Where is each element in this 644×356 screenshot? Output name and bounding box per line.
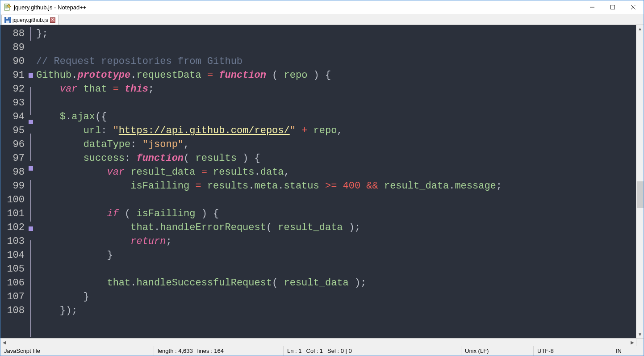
svg-rect-5 bbox=[8, 17, 9, 19]
line-number: 92 bbox=[0, 82, 25, 96]
fold-column[interactable] bbox=[28, 25, 34, 338]
code-line[interactable]: url: "https://api.github.com/repos/" + r… bbox=[36, 124, 636, 138]
line-number: 88 bbox=[0, 27, 25, 41]
fold-guide bbox=[30, 27, 31, 41]
code-line[interactable]: that.handleErrorRequest( result_data ); bbox=[36, 221, 636, 235]
line-number: 101 bbox=[0, 207, 25, 221]
line-number: 106 bbox=[0, 276, 25, 290]
tab-close-button[interactable]: ✕ bbox=[50, 17, 55, 23]
window-minimize-button[interactable] bbox=[582, 0, 602, 14]
horizontal-scrollbar[interactable]: ◀ ▶ bbox=[0, 338, 644, 346]
code-line[interactable]: that.handleSuccessfulRequest( result_dat… bbox=[36, 276, 636, 290]
file-tab-label: jquery.github.js bbox=[13, 17, 48, 23]
code-line[interactable] bbox=[36, 41, 636, 54]
code-line[interactable]: } bbox=[36, 290, 636, 304]
status-encoding[interactable]: UTF-8 bbox=[534, 346, 612, 356]
scroll-up-arrow-icon[interactable]: ▲ bbox=[636, 25, 644, 33]
vertical-scrollbar[interactable]: ▲ ▼ bbox=[636, 25, 644, 338]
scroll-down-arrow-icon[interactable]: ▼ bbox=[636, 331, 644, 338]
line-number: 89 bbox=[0, 41, 25, 54]
window-title-bar: jquery.github.js - Notepad++ bbox=[0, 0, 644, 14]
code-line[interactable]: dataType: "jsonp", bbox=[36, 138, 636, 151]
line-number: 100 bbox=[0, 193, 25, 207]
line-number: 90 bbox=[0, 54, 25, 68]
fold-guide bbox=[30, 134, 31, 147]
status-file-type: JavaScript file bbox=[0, 346, 154, 356]
code-area[interactable]: }; // Request repositories from GithubGi… bbox=[34, 25, 636, 338]
fold-guide bbox=[30, 180, 31, 194]
line-number: 95 bbox=[0, 124, 25, 138]
window-title: jquery.github.js - Notepad++ bbox=[14, 4, 582, 11]
status-selection: Sel : 0 | 0 bbox=[327, 348, 352, 354]
line-number: 96 bbox=[0, 138, 25, 151]
scroll-right-arrow-icon[interactable]: ▶ bbox=[628, 339, 636, 346]
fold-guide bbox=[30, 194, 31, 208]
code-line[interactable]: isFailling = results.meta.status >= 400 … bbox=[36, 179, 636, 193]
line-number: 105 bbox=[0, 262, 25, 276]
editor-wrap: 8889909192939495969798991001011021031041… bbox=[0, 25, 644, 346]
line-number: 108 bbox=[0, 304, 25, 318]
window-close-button[interactable] bbox=[623, 0, 644, 14]
code-line[interactable]: // Request repositories from Github bbox=[36, 54, 636, 68]
scroll-corner bbox=[636, 339, 644, 346]
line-number: 91 bbox=[0, 68, 25, 82]
save-icon bbox=[4, 17, 11, 23]
line-number: 93 bbox=[0, 96, 25, 110]
scroll-left-arrow-icon[interactable]: ◀ bbox=[0, 339, 8, 346]
status-bar: JavaScript file length : 4,633 lines : 1… bbox=[0, 346, 644, 356]
fold-guide bbox=[30, 87, 31, 101]
code-line[interactable] bbox=[36, 262, 636, 276]
status-eol[interactable]: Unix (LF) bbox=[461, 346, 534, 356]
fold-guide bbox=[30, 240, 31, 254]
fold-toggle-icon[interactable] bbox=[29, 226, 33, 231]
fold-guide bbox=[30, 208, 31, 222]
code-line[interactable]: $.ajax({ bbox=[36, 110, 636, 124]
fold-toggle-icon[interactable] bbox=[29, 166, 33, 171]
code-line[interactable]: Github.prototype.requestData = function … bbox=[36, 68, 636, 82]
fold-guide bbox=[30, 323, 31, 337]
line-number: 103 bbox=[0, 235, 25, 248]
fold-toggle-icon[interactable] bbox=[29, 73, 33, 78]
fold-guide bbox=[30, 310, 31, 323]
line-number: 97 bbox=[0, 151, 25, 165]
code-line[interactable]: if ( isFailling ) { bbox=[36, 207, 636, 221]
fold-guide bbox=[30, 147, 31, 161]
svg-rect-1 bbox=[611, 5, 615, 9]
fold-guide bbox=[30, 101, 31, 115]
code-line[interactable]: var that = this; bbox=[36, 82, 636, 96]
line-number: 107 bbox=[0, 290, 25, 304]
code-editor[interactable]: 8889909192939495969798991001011021031041… bbox=[0, 25, 644, 338]
status-length: length : 4,633 bbox=[158, 348, 193, 354]
status-lines: lines : 164 bbox=[197, 348, 224, 354]
fold-guide bbox=[30, 254, 31, 268]
line-number: 104 bbox=[0, 248, 25, 262]
window-maximize-button[interactable] bbox=[602, 0, 623, 14]
code-line[interactable]: return; bbox=[36, 235, 636, 248]
line-number: 99 bbox=[0, 179, 25, 193]
fold-guide bbox=[30, 282, 31, 296]
code-line[interactable]: success: function( results ) { bbox=[36, 151, 636, 165]
vertical-scroll-thumb[interactable] bbox=[637, 181, 644, 208]
file-tab[interactable]: jquery.github.js ✕ bbox=[1, 15, 59, 25]
fold-toggle-icon[interactable] bbox=[29, 120, 33, 124]
fold-guide bbox=[30, 268, 31, 282]
fold-guide bbox=[30, 296, 31, 310]
line-number: 98 bbox=[0, 165, 25, 179]
tab-bar: jquery.github.js ✕ bbox=[0, 14, 644, 25]
app-icon bbox=[4, 4, 11, 11]
line-number: 94 bbox=[0, 110, 25, 124]
code-line[interactable] bbox=[36, 193, 636, 207]
code-line[interactable]: }); bbox=[36, 304, 636, 318]
status-column: Col : 1 bbox=[306, 348, 323, 354]
code-line[interactable]: }; bbox=[36, 27, 636, 41]
code-line[interactable]: } bbox=[36, 248, 636, 262]
status-insert-mode[interactable]: IN bbox=[612, 346, 644, 356]
svg-rect-4 bbox=[6, 21, 9, 23]
code-line[interactable]: var result_data = results.data, bbox=[36, 165, 636, 179]
line-number: 102 bbox=[0, 221, 25, 235]
code-line[interactable] bbox=[36, 96, 636, 110]
status-line-number: Ln : 1 bbox=[287, 348, 302, 354]
line-number-gutter: 8889909192939495969798991001011021031041… bbox=[0, 25, 28, 338]
